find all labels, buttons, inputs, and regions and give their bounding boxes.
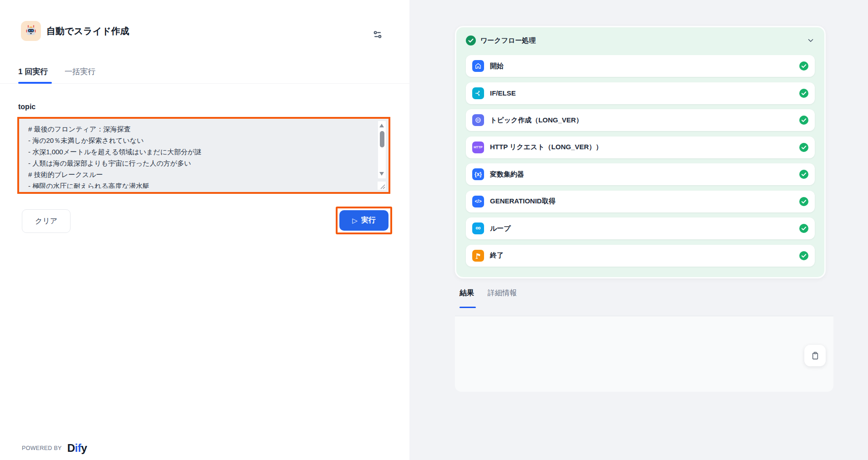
step-success-icon <box>799 61 808 71</box>
tab-result[interactable]: 結果 <box>459 288 474 304</box>
http-icon: HTTP <box>472 142 484 153</box>
step-success-icon <box>799 251 808 260</box>
result-tab-underline <box>459 307 476 308</box>
aggregator-icon: {x} <box>472 168 484 180</box>
end-icon <box>472 250 484 262</box>
step-label: HTTP リクエスト（LONG_VER）） <box>490 143 602 152</box>
llm-icon <box>472 114 484 126</box>
step-success-icon <box>799 116 808 125</box>
step-label: GENERATIONID取得 <box>490 197 555 206</box>
powered-by-label: POWERED BY <box>22 445 62 451</box>
resize-handle-icon[interactable] <box>378 182 386 190</box>
step-label: ループ <box>490 224 511 233</box>
sliders-icon <box>372 29 384 40</box>
highlight-box-textarea: # 最後のフロンティア：深海探査 - 海の20％未満しか探索されていない - 水… <box>17 117 390 194</box>
tab-single-run[interactable]: 1 回実行 <box>18 66 48 77</box>
step-label: IF/ELSE <box>490 89 516 97</box>
topic-textarea[interactable]: # 最後のフロンティア：深海探査 - 海の20％未満しか探索されていない - 水… <box>28 123 374 188</box>
copy-button[interactable] <box>804 345 826 366</box>
step-row-7[interactable]: ∞ ループ <box>466 217 815 239</box>
result-tabs: 結果 詳細情報 <box>459 288 517 304</box>
active-tab-underline <box>18 82 52 84</box>
clipboard-icon <box>810 351 820 361</box>
result-panel: ワークフロー処理 開始 IF/ELSE トピック作成（LONG_VER） HTT… <box>409 0 868 460</box>
highlight-box-run: ▷ 実行 <box>336 207 392 234</box>
run-button-label: 実行 <box>361 216 376 225</box>
step-label: トピック作成（LONG_VER） <box>490 116 583 125</box>
workflow-process-title: ワークフロー処理 <box>480 36 535 45</box>
topic-field-label: topic <box>18 103 35 111</box>
step-label: 開始 <box>490 62 504 71</box>
step-success-icon <box>799 224 808 233</box>
step-label: 終了 <box>490 251 504 260</box>
chevron-down-icon[interactable] <box>807 36 815 45</box>
workflow-process-header[interactable]: ワークフロー処理 <box>466 34 815 47</box>
home-icon <box>472 60 484 72</box>
step-success-icon <box>799 143 808 152</box>
tab-detail[interactable]: 詳細情報 <box>488 288 517 304</box>
robot-app-icon <box>21 21 41 41</box>
run-button[interactable]: ▷ 実行 <box>339 210 389 231</box>
textarea-scrollbar[interactable] <box>378 121 386 178</box>
play-icon: ▷ <box>352 217 358 225</box>
footer: POWERED BY Dify <box>22 442 87 455</box>
step-success-icon <box>799 170 808 179</box>
loop-icon: ∞ <box>472 222 484 234</box>
step-success-icon <box>799 197 808 206</box>
branch-icon <box>472 87 484 99</box>
run-panel: 自動でスライド作成 1 回実行 一括実行 topic # 最後のフロンティア：深… <box>0 0 409 460</box>
step-row-3[interactable]: トピック作成（LONG_VER） <box>466 109 815 131</box>
run-mode-tabs: 1 回実行 一括実行 <box>0 66 409 84</box>
step-row-5[interactable]: {x} 変数集約器 <box>466 163 815 185</box>
workflow-process-panel: ワークフロー処理 開始 IF/ELSE トピック作成（LONG_VER） HTT… <box>455 26 826 278</box>
workflow-success-icon <box>466 35 476 45</box>
app-title: 自動でスライド作成 <box>46 24 129 38</box>
step-row-1[interactable]: 開始 <box>466 55 815 77</box>
step-success-icon <box>799 89 808 98</box>
clear-button[interactable]: クリア <box>22 209 71 233</box>
step-row-8[interactable]: 終了 <box>466 245 815 267</box>
step-row-6[interactable]: </> GENERATIONID取得 <box>466 191 815 212</box>
scroll-down-icon[interactable] <box>379 172 384 176</box>
step-label: 変数集約器 <box>490 170 524 179</box>
code-icon: </> <box>472 196 484 207</box>
workflow-steps: 開始 IF/ELSE トピック作成（LONG_VER） HTTP HTTP リク… <box>466 55 815 267</box>
step-row-4[interactable]: HTTP HTTP リクエスト（LONG_VER）） <box>466 136 815 158</box>
scroll-up-icon[interactable] <box>379 124 384 127</box>
tab-batch-run[interactable]: 一括実行 <box>65 66 96 77</box>
scrollbar-thumb[interactable] <box>380 131 384 147</box>
run-settings-button[interactable] <box>369 26 386 43</box>
dify-logo: Dify <box>67 442 87 455</box>
step-row-2[interactable]: IF/ELSE <box>466 82 815 104</box>
result-output-area: https://gamma.app/docs/p <box>455 316 833 392</box>
